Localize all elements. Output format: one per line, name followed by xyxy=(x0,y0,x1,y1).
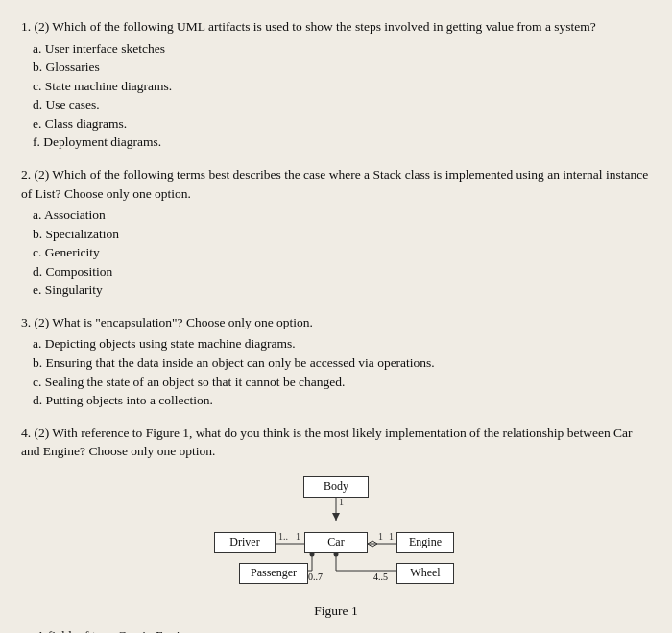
uml-passenger-box: Passenger xyxy=(239,563,308,584)
figure-section: 1 1.. 1 1 1 xyxy=(21,475,651,619)
uml-car-box: Car xyxy=(304,532,368,553)
list-item: a. Depicting objects using state machine… xyxy=(33,334,651,353)
list-item: b. Specialization xyxy=(33,225,651,244)
passenger-multiplicity: 0..7 xyxy=(308,572,323,582)
question-1: 1. (2) Which of the following UML artifa… xyxy=(21,17,651,152)
list-item: b. Glossaries xyxy=(33,58,651,77)
q3-answers: a. Depicting objects using state machine… xyxy=(21,334,651,409)
svg-text:1..: 1.. xyxy=(278,531,288,542)
q3-title: 3. (2) What is "encapsulation"? Choose o… xyxy=(21,313,651,332)
uml-diagram: 1 1.. 1 1 1 xyxy=(187,475,485,599)
svg-text:1: 1 xyxy=(378,531,383,542)
list-item: f. Deployment diagrams. xyxy=(33,133,651,152)
q2-title: 2. (2) Which of the following terms best… xyxy=(21,165,651,203)
uml-wheel-box: Wheel xyxy=(396,563,454,584)
list-item: a. User interface sketches xyxy=(33,39,651,59)
uml-driver-box: Driver xyxy=(214,532,276,553)
list-item: e. Singularity xyxy=(33,280,651,300)
list-item: e. Class diagrams. xyxy=(33,114,651,134)
list-item: d. Composition xyxy=(33,262,651,281)
list-item: a. A field, of type Car, in Engine. xyxy=(21,626,651,633)
list-item: a. Association xyxy=(33,206,651,225)
list-item: b. Ensuring that the data inside an obje… xyxy=(33,353,651,373)
question-3: 3. (2) What is "encapsulation"? Choose o… xyxy=(21,313,651,410)
list-item: c. Genericity xyxy=(33,243,651,262)
list-item: d. Use cases. xyxy=(33,95,651,114)
list-item: c. Sealing the state of an object so tha… xyxy=(33,373,651,392)
question-4: 4. (2) With reference to Figure 1, what … xyxy=(21,424,651,461)
list-item: c. State machine diagrams. xyxy=(33,77,651,96)
figure-label: Figure 1 xyxy=(314,603,357,619)
uml-engine-box: Engine xyxy=(396,532,454,553)
svg-text:1: 1 xyxy=(339,497,344,507)
q2-answers: a. Association b. Specialization c. Gene… xyxy=(21,206,651,300)
wheel-multiplicity: 4..5 xyxy=(373,572,388,582)
q4-answer-section: a. A field, of type Car, in Engine. b. A… xyxy=(21,626,651,633)
q1-title: 1. (2) Which of the following UML artifa… xyxy=(21,17,651,37)
svg-text:1: 1 xyxy=(389,531,394,542)
q1-answers: a. User interface sketches b. Glossaries… xyxy=(21,39,651,152)
question-2: 2. (2) Which of the following terms best… xyxy=(21,165,651,300)
list-item: d. Putting objects into a collection. xyxy=(33,391,651,410)
svg-text:1: 1 xyxy=(296,531,300,542)
q4-title: 4. (2) With reference to Figure 1, what … xyxy=(21,424,651,461)
svg-marker-1 xyxy=(332,513,340,521)
uml-body-box: Body xyxy=(303,476,369,498)
svg-marker-7 xyxy=(368,541,377,547)
